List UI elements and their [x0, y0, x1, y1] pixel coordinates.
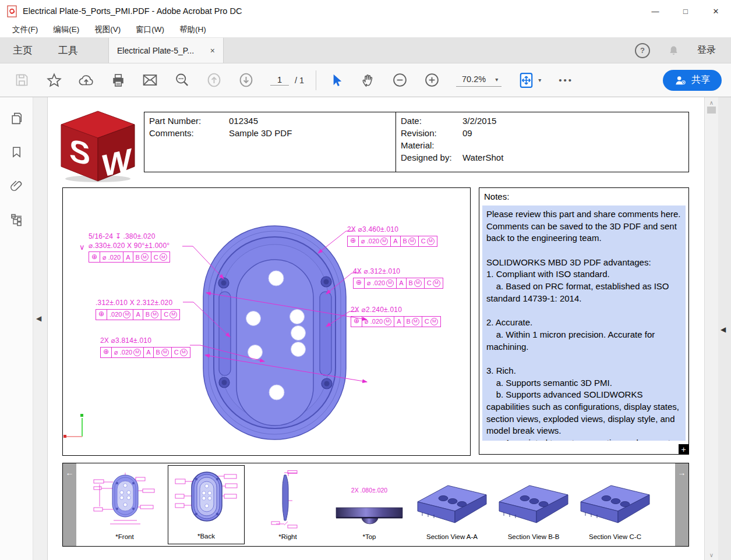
pmi-annotation-dia-2240[interactable]: 2X ⌀2.240±.010⊕⌀ .020MABMCM: [351, 306, 441, 327]
views-scroll-left[interactable]: ←: [63, 463, 76, 546]
view-thumbnail-top[interactable]: 2X .080±.020 *Top: [331, 465, 408, 544]
right-panel-collapse-bar[interactable]: ◀: [718, 97, 731, 560]
field-label: Comments:: [144, 127, 229, 139]
pmi-annotation-dia-3460[interactable]: 2X ⌀3.460±.010⊕⌀ .020MABMCM: [347, 225, 437, 247]
section-view-image: [577, 477, 653, 531]
document-tab[interactable]: Electrical Plate-5_P... ×: [108, 38, 224, 63]
previous-page-icon[interactable]: [198, 72, 230, 88]
mmc-modifier: M: [180, 349, 188, 356]
dimension-text: 2X ⌀3.814±.010: [100, 336, 190, 346]
notes-text[interactable]: Please review this part and share commen…: [482, 205, 686, 441]
help-icon[interactable]: ?: [635, 43, 650, 58]
views-scroll-right[interactable]: →: [675, 463, 688, 546]
tab-home[interactable]: 主页: [0, 38, 45, 63]
vertical-scrollbar[interactable]: ∧ ∨: [704, 97, 718, 560]
sign-in-link[interactable]: 登录: [697, 44, 716, 56]
collapse-right-arrow-icon[interactable]: ◀: [721, 325, 726, 334]
tab-tools[interactable]: 工具: [45, 38, 91, 63]
search-zoom-icon[interactable]: [166, 72, 198, 88]
mmc-modifier: M: [160, 253, 167, 261]
part-info-row: Comments:Sample 3D PDF: [144, 127, 395, 139]
maximize-button[interactable]: □: [670, 0, 701, 22]
view-thumbnail-section-view-a-a[interactable]: Section View A-A: [414, 465, 490, 544]
field-value: 09: [462, 127, 472, 139]
view-thumbnail-back[interactable]: *Back: [168, 465, 245, 544]
mmc-modifier: M: [412, 318, 419, 325]
model-tree-icon[interactable]: [9, 212, 24, 226]
fcf-cell: ⌀ .020: [100, 252, 123, 262]
collapse-left-arrow-icon[interactable]: ◀: [36, 314, 41, 322]
page-number-input[interactable]: [270, 75, 289, 86]
position-symbol-cell: ⊕: [101, 348, 111, 357]
zoom-level-dropdown[interactable]: 70.2% ▾: [456, 73, 502, 87]
menu-window[interactable]: 窗口(W): [128, 24, 172, 35]
view-thumbnail-section-view-b-b[interactable]: Section View B-B: [495, 465, 572, 544]
field-value: 012345: [229, 115, 258, 127]
pmi-annotation-dia-3814[interactable]: 2X ⌀3.814±.010⊕⌀ .020MABMCM: [100, 336, 190, 358]
fcf-cell: ⌀ .020M: [364, 278, 396, 288]
thumbnail-label: *Right: [278, 533, 296, 540]
fit-page-dropdown[interactable]: ▾: [519, 72, 541, 88]
field-label: Revision:: [396, 127, 462, 139]
pmi-annotation-slot-pattern[interactable]: .312±.010 X 2.312±.020⊕.020MABMCM: [96, 299, 180, 320]
scroll-up-icon[interactable]: ∧: [705, 100, 718, 106]
minimize-button[interactable]: —: [640, 0, 670, 22]
fcf-cell: CM: [161, 310, 179, 320]
chevron-down-icon: ▾: [495, 76, 498, 83]
drawing-view[interactable]: ∨5/16-24 ↧ .380±.020⌀.330±.020 X 90°±1.0…: [62, 187, 471, 456]
position-symbol-cell: ⊕: [89, 252, 100, 262]
top-view-image: [331, 497, 407, 531]
main-toolbar: / 1 70.2% ▾ ▾ •••: [0, 63, 731, 97]
print-icon[interactable]: [102, 72, 134, 88]
fcf-cell: CM: [424, 278, 443, 288]
part-body: [203, 226, 346, 440]
thumbnail-label: Section View C-C: [589, 533, 641, 540]
fcf-cell: .020M: [107, 310, 133, 320]
left-panel-collapse-bar[interactable]: ◀: [33, 97, 48, 560]
next-page-icon[interactable]: [230, 72, 262, 88]
fcf-cell: ⌀ .020M: [358, 236, 390, 246]
menu-file[interactable]: 文件(F): [5, 24, 45, 35]
attachments-icon[interactable]: [9, 179, 24, 193]
menu-edit[interactable]: 编辑(E): [45, 24, 87, 35]
fcf-cell: BM: [400, 236, 418, 246]
menu-help[interactable]: 帮助(H): [172, 24, 214, 35]
pdf-page: S W Part Number:012345Comments:Sample 3D…: [48, 97, 704, 560]
hand-tool-icon[interactable]: [352, 72, 384, 88]
save-icon[interactable]: [6, 72, 38, 88]
dimension-text: 2X ⌀2.240±.010: [351, 306, 441, 315]
thumbnail-label: Section View A-A: [426, 533, 478, 540]
scroll-down-icon[interactable]: ∨: [705, 552, 718, 558]
close-button[interactable]: ✕: [701, 0, 731, 22]
more-tools-icon[interactable]: •••: [559, 75, 573, 85]
tab-close-icon[interactable]: ×: [210, 46, 215, 55]
revision-info-row: Material:: [396, 139, 688, 151]
share-button[interactable]: 共享: [663, 70, 722, 91]
pmi-annotation-countersunk-hole[interactable]: ∨5/16-24 ↧ .380±.020⌀.330±.020 X 90°±1.0…: [89, 232, 170, 263]
star-icon[interactable]: [38, 72, 70, 88]
notes-title: Notes:: [484, 192, 686, 201]
page-thumbnails-icon[interactable]: [9, 111, 24, 126]
position-symbol-cell: ⊕: [351, 317, 362, 327]
fcf-cell: BM: [143, 310, 161, 320]
mmc-modifier: M: [384, 318, 391, 325]
select-tool-icon[interactable]: [320, 72, 352, 88]
notes-panel: Notes: Please review this part and share…: [479, 187, 689, 455]
zoom-in-icon[interactable]: [416, 72, 448, 88]
email-icon[interactable]: [134, 72, 166, 88]
scrollbar-thumb[interactable]: [707, 107, 716, 114]
text-overflow-plus-icon[interactable]: +: [679, 444, 688, 454]
menu-view[interactable]: 视图(V): [87, 24, 128, 35]
bookmarks-icon[interactable]: [10, 145, 23, 160]
dimension-text: 2X ⌀3.460±.010: [347, 225, 437, 235]
fcf-cell: CM: [418, 236, 437, 246]
pmi-annotation-dia-312[interactable]: 4X ⌀.312±.010⊕⌀ .020MABMCM: [353, 267, 443, 289]
view-thumbnail-front[interactable]: *Front: [86, 465, 163, 544]
view-thumbnail-section-view-c-c[interactable]: Section View C-C: [577, 465, 654, 544]
mmc-modifier: M: [151, 311, 158, 318]
cloud-upload-icon[interactable]: [70, 72, 102, 88]
notifications-bell-icon[interactable]: [668, 44, 680, 57]
view-thumbnail-right[interactable]: *Right: [249, 465, 326, 544]
zoom-out-icon[interactable]: [384, 72, 416, 88]
share-button-label: 共享: [691, 74, 710, 86]
